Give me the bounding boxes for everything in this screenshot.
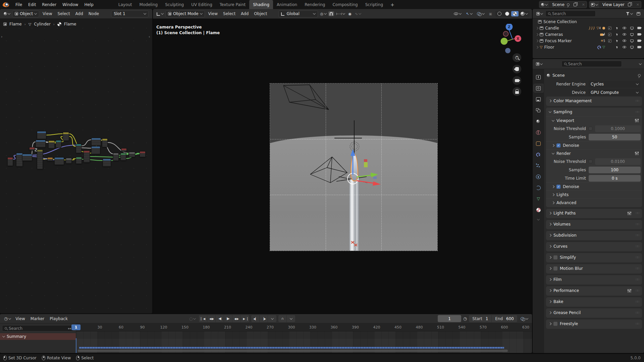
selectable-toggle[interactable]	[614, 46, 620, 49]
workspace-tab-scripting[interactable]: Scripting	[362, 0, 387, 9]
selectable-toggle[interactable]	[614, 27, 620, 29]
render-engine-dropdown[interactable]: Cycles	[588, 81, 641, 87]
properties-tab-physics[interactable]	[534, 173, 543, 181]
disable-viewport-toggle[interactable]	[629, 46, 635, 48]
disable-render-toggle[interactable]	[637, 27, 642, 29]
disable-render-toggle[interactable]	[637, 33, 642, 36]
shader-node[interactable]	[129, 152, 135, 157]
hide-viewport-toggle[interactable]	[622, 40, 627, 42]
blender-logo-icon[interactable]	[3, 2, 9, 7]
gizmos-dropdown[interactable]: ↖	[465, 11, 473, 17]
exclude-checkbox[interactable]: ✓	[607, 33, 612, 36]
disable-viewport-toggle[interactable]	[629, 27, 635, 29]
properties-tab-world[interactable]	[534, 128, 543, 136]
shader-node[interactable]	[37, 131, 46, 139]
denoise-checkbox[interactable]: ✓	[556, 143, 560, 147]
shader-node[interactable]	[76, 144, 82, 153]
navigation-gizmo[interactable]: Z X	[499, 24, 523, 56]
pin-icon[interactable]	[638, 74, 641, 77]
previous-keyframe-button[interactable]: ◀◆	[207, 315, 216, 322]
scene-browse-button[interactable]	[539, 1, 549, 8]
delete-scene-button[interactable]: ×	[580, 2, 587, 7]
workspace-tab-rendering[interactable]: Rendering	[301, 0, 329, 9]
menu-file[interactable]: File	[12, 1, 25, 8]
next-keyframe-button[interactable]: ◆▶	[232, 315, 241, 322]
properties-tab-object[interactable]	[534, 139, 543, 147]
exclude-checkbox[interactable]: ✓	[607, 26, 612, 30]
summary-channel[interactable]: Summary	[0, 333, 76, 340]
panel-checkbox[interactable]	[553, 266, 557, 270]
workspace-tab-shading[interactable]: Shading	[249, 0, 273, 9]
duplicate-scene-icon[interactable]	[574, 3, 577, 6]
timeline-ruler[interactable]: 3060901201501802102402703003303603904204…	[76, 323, 532, 331]
workspace-tab-sculpting[interactable]: Sculpting	[161, 0, 187, 9]
scene-name-field[interactable]: Scene	[549, 2, 580, 7]
timeline-channels-area[interactable]	[76, 331, 532, 353]
panel-header-film[interactable]: Film∷∷	[546, 275, 642, 284]
shading-wireframe-button[interactable]	[496, 11, 503, 16]
subpanel-advanced[interactable]: Advanced	[546, 198, 642, 206]
shader-node[interactable]	[29, 147, 35, 150]
selectable-toggle[interactable]	[614, 40, 620, 42]
outliner-row-focus-marker[interactable]: Focus Marker✳5✓	[533, 38, 644, 44]
menu-render[interactable]: Render	[39, 1, 59, 8]
subpanel-viewport[interactable]: Viewport	[546, 116, 642, 124]
view-layer-name-field[interactable]: View Layer	[600, 2, 635, 7]
new-collection-button[interactable]	[635, 11, 642, 16]
panel-header-curves[interactable]: Curves∷∷	[546, 242, 642, 251]
shader-node[interactable]	[36, 140, 46, 147]
panel-header-motion-blur[interactable]: Motion Blur∷∷	[546, 264, 642, 273]
timeline-menu-playback[interactable]: Playback	[47, 315, 70, 322]
mode-dropdown[interactable]: Object Mode	[165, 10, 205, 17]
viewport-menu-object[interactable]: Object	[251, 10, 270, 17]
overlays-dropdown[interactable]	[476, 11, 486, 16]
properties-tab-render[interactable]	[534, 84, 543, 92]
snap-toggle[interactable]	[328, 11, 334, 16]
properties-tab-constraints[interactable]	[534, 184, 543, 192]
workspace-tab-uv-editing[interactable]: UV Editing	[187, 0, 216, 9]
expand-icon[interactable]	[536, 33, 538, 36]
chevron-down-icon[interactable]	[639, 62, 642, 65]
tabs-overflow-chevron[interactable]	[537, 217, 539, 222]
shader-node[interactable]	[120, 153, 126, 161]
xray-toggle[interactable]: ▣	[488, 11, 493, 16]
expand-icon[interactable]	[536, 26, 538, 29]
shader-node[interactable]	[113, 153, 119, 161]
workspace-tab-animation[interactable]: Animation	[273, 0, 301, 9]
field-value[interactable]: 0.0100	[595, 158, 641, 165]
panel-header-light-paths[interactable]: Light Paths∷∷	[546, 209, 642, 218]
play-reverse-button[interactable]: ◀	[216, 315, 224, 322]
panel-header-bake[interactable]: Bake∷∷	[546, 297, 642, 306]
sync-options-dropdown[interactable]	[287, 315, 295, 322]
disable-viewport-toggle[interactable]	[629, 33, 635, 36]
outliner-row-floor[interactable]: ▽Floor▽	[533, 44, 644, 50]
selectable-toggle[interactable]	[614, 33, 620, 36]
panel-checkbox[interactable]	[553, 322, 557, 326]
shader-node[interactable]	[76, 157, 82, 164]
playback-sync-button[interactable]: ∩	[278, 315, 287, 322]
current-frame-field[interactable]: 1	[438, 315, 461, 322]
properties-filter-dropdown[interactable]	[535, 62, 544, 66]
properties-tab-view-layer[interactable]	[534, 106, 543, 114]
shader-node[interactable]	[121, 148, 127, 152]
workspace-tab-layout[interactable]: Layout	[115, 0, 136, 9]
properties-tab-material[interactable]	[534, 206, 543, 214]
panel-checkbox[interactable]	[553, 255, 557, 259]
panel-header-color-management[interactable]: Color Management∷∷	[546, 97, 642, 105]
hide-viewport-toggle[interactable]	[622, 27, 627, 29]
outliner-search-input[interactable]: Search	[545, 10, 596, 17]
shader-node[interactable]	[91, 146, 100, 154]
camera-view-button[interactable]	[513, 76, 521, 85]
shading-material-button[interactable]	[511, 11, 519, 16]
outliner-root-row[interactable]: Scene Collection	[533, 18, 644, 25]
field-checkbox[interactable]	[589, 160, 592, 163]
shader-node[interactable]	[37, 149, 43, 169]
keying-set-dropdown[interactable]: ◌	[188, 316, 197, 322]
shading-solid-button[interactable]	[503, 11, 511, 16]
jump-to-start-button[interactable]: ▏◀	[199, 315, 207, 322]
panel-header-grease-pencil[interactable]: Grease Pencil∷∷	[546, 308, 642, 317]
viewport-menu-view[interactable]: View	[206, 10, 220, 17]
workspace-tab-texture-paint[interactable]: Texture Paint	[216, 0, 249, 9]
view-layer-browse-button[interactable]	[589, 1, 600, 8]
shader-node[interactable]	[22, 154, 32, 161]
